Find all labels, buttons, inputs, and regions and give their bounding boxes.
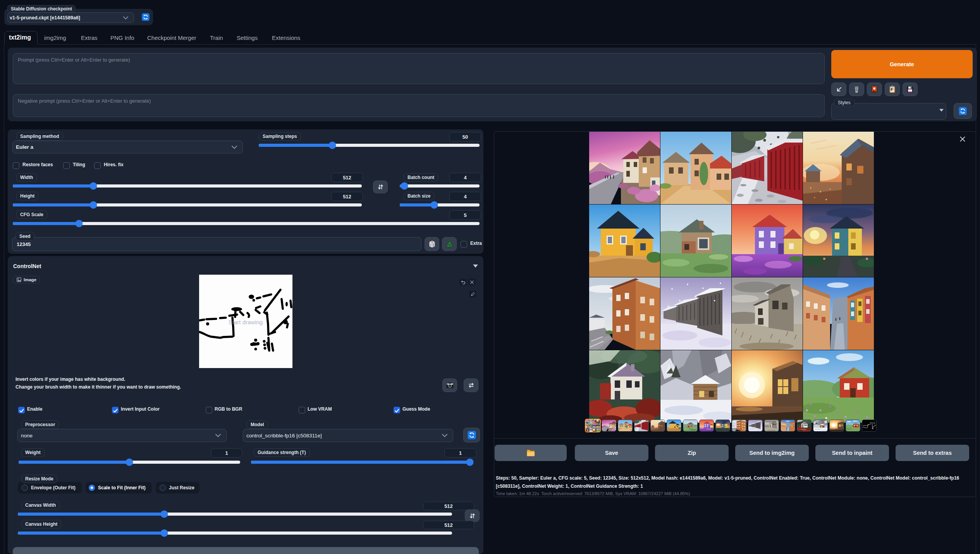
svg-text:Start drawing: Start drawing [229,319,263,325]
